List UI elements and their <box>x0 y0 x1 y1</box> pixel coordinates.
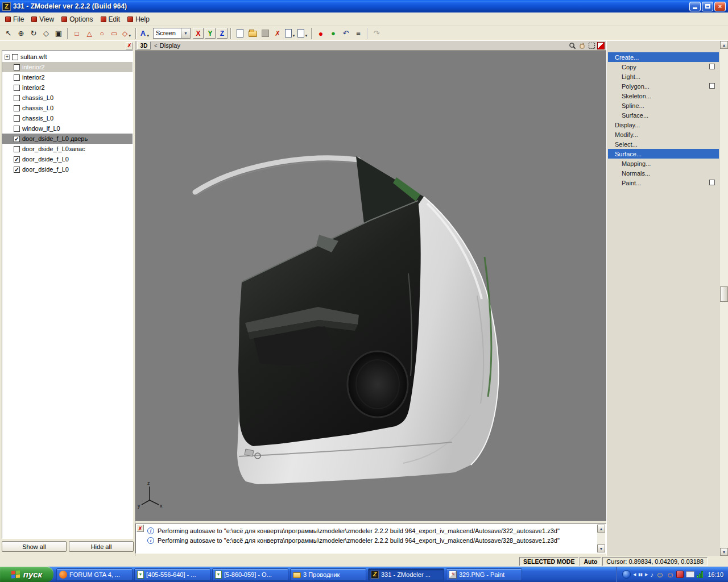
vertices-mode-icon[interactable]: □ <box>71 28 82 39</box>
save-file-icon[interactable] <box>259 28 271 39</box>
visibility-checkbox[interactable] <box>14 85 20 91</box>
expander-icon[interactable]: + <box>5 55 10 60</box>
scale-icon[interactable]: ◇ <box>40 28 52 39</box>
new-scene-icon[interactable] <box>234 28 246 39</box>
menu-file[interactable]: File <box>2 14 28 25</box>
panel-item-surface-2[interactable]: Surface... <box>608 149 719 159</box>
rotate-icon[interactable]: ↻ <box>28 28 39 39</box>
maximize-button[interactable] <box>702 2 713 11</box>
menu-help[interactable]: Help <box>125 14 154 25</box>
panel-item-mapping[interactable]: Mapping... <box>608 159 719 168</box>
tree-item-door-dside[interactable]: door_dside_f_L0запас <box>2 144 133 154</box>
hide-all-button[interactable]: Hide all <box>69 541 134 552</box>
tree-item-chassis[interactable]: chassis_L0 <box>2 93 133 103</box>
media-player-icon[interactable] <box>622 570 631 579</box>
delete-icon[interactable]: ✗ <box>272 28 283 39</box>
log-close-icon[interactable]: ✗ <box>136 525 144 532</box>
visibility-checkbox[interactable] <box>14 126 20 132</box>
network-icon[interactable] <box>697 571 703 578</box>
edges-mode-icon[interactable]: △ <box>84 28 95 39</box>
axis-z-button[interactable]: Z <box>217 28 228 39</box>
tree-item-interior2[interactable]: interior2 <box>2 82 133 93</box>
chevron-down-icon[interactable]: ▼ <box>181 28 190 38</box>
visibility-checkbox[interactable]: ✓ <box>14 156 20 163</box>
tree-item-interior2[interactable]: interior2 <box>2 62 133 72</box>
font-tool-icon[interactable]: A▼ <box>139 28 151 39</box>
tree-item-window-lf[interactable]: window_lf_L0 <box>2 123 133 134</box>
view-mode-button[interactable]: 3D <box>137 41 151 49</box>
minimize-button[interactable] <box>689 2 701 11</box>
close-button[interactable]: × <box>714 2 726 11</box>
scroll-down-icon[interactable]: ▼ <box>597 544 605 552</box>
tree-item-sultan[interactable]: + sultan.wft <box>2 52 133 62</box>
panel-checkbox[interactable] <box>709 180 715 185</box>
panel-item-paint[interactable]: Paint... <box>608 178 719 188</box>
material-editor-icon[interactable]: ● <box>328 28 339 39</box>
zoom-icon[interactable] <box>568 41 576 49</box>
select-icon[interactable]: ↖ <box>3 28 14 39</box>
menu-options[interactable]: Options <box>59 14 97 25</box>
move-icon[interactable]: ⊕ <box>15 28 27 39</box>
messenger-icon-2[interactable]: ☺ <box>666 571 674 579</box>
objects-mode-icon[interactable]: ▭ <box>109 28 120 39</box>
panel-checkbox[interactable] <box>709 64 715 69</box>
tree-item-interior2[interactable]: interior2 <box>2 72 133 82</box>
volume-icon[interactable]: ♪ <box>650 571 653 578</box>
taskbar-item-app2[interactable]: ▼[5-860-059] - O... <box>212 568 288 581</box>
main-scrollbar[interactable]: ▲ ▼ <box>720 41 728 556</box>
panel-item-light[interactable]: Light... <box>608 72 719 81</box>
taskbar-item-browser[interactable]: FORUM GTA 4, ... <box>56 568 133 581</box>
media-pause-icon[interactable]: ▮▮ <box>638 572 643 577</box>
panel-item-create[interactable]: Create... <box>608 52 719 62</box>
taskbar-item-zmodeler[interactable]: Z331 - ZModeler ... <box>368 568 444 581</box>
panel-close-icon[interactable]: ✗ <box>126 42 133 49</box>
visibility-checkbox[interactable] <box>14 105 20 111</box>
import-icon[interactable]: ▼ <box>284 28 296 39</box>
panel-item-display[interactable]: Display... <box>608 120 719 130</box>
log-scrollbar[interactable]: ▲ ▼ <box>597 525 605 552</box>
tree-item-door-dside[interactable]: ✓ door_dside_f_L0 <box>2 164 133 174</box>
taskbar-item-app1[interactable]: ▼[405-556-640] - ... <box>134 568 210 581</box>
panel-checkbox[interactable] <box>709 83 715 89</box>
polygons-mode-icon[interactable]: ○ <box>96 28 107 39</box>
panel-item-normals[interactable]: Normals... <box>608 168 719 178</box>
menu-view[interactable]: View <box>28 14 59 25</box>
axis-y-button[interactable]: Y <box>205 28 216 39</box>
show-all-button[interactable]: Show all <box>2 541 67 552</box>
undo-icon[interactable]: ↶ <box>340 28 351 39</box>
scrollbar-thumb[interactable] <box>720 286 728 302</box>
axis-x-button[interactable]: X <box>193 28 204 39</box>
panel-item-select[interactable]: Select... <box>608 139 719 149</box>
redo-icon[interactable]: ↷ <box>371 28 382 39</box>
antivirus-icon[interactable] <box>676 571 684 578</box>
back-arrow-icon[interactable]: < <box>154 43 158 49</box>
scroll-down-icon[interactable]: ▼ <box>720 548 728 556</box>
start-button[interactable]: пуск <box>0 567 53 582</box>
menu-edit[interactable]: Edit <box>98 14 125 25</box>
visibility-checkbox[interactable] <box>14 64 20 70</box>
media-next-icon[interactable]: ▶ <box>645 572 648 577</box>
visibility-checkbox[interactable] <box>14 146 20 152</box>
open-file-icon[interactable] <box>247 28 258 39</box>
panel-item-surface[interactable]: Surface... <box>608 110 719 120</box>
visibility-checkbox[interactable] <box>12 54 18 60</box>
taskbar-item-paint[interactable]: ✎329.PNG - Paint <box>446 568 522 581</box>
media-prev-icon[interactable]: ◀ <box>633 572 636 577</box>
tree-item-door-dside[interactable]: ✓ door_dside_f_L0 дверь <box>2 134 133 144</box>
visibility-checkbox[interactable]: ✓ <box>14 167 20 173</box>
panel-item-copy[interactable]: Copy <box>608 62 719 72</box>
uv-mode-icon[interactable]: ◇▼ <box>121 28 133 39</box>
maximize-view-icon[interactable] <box>588 41 595 49</box>
tree-item-chassis[interactable]: chassis_L0 <box>2 103 133 113</box>
keyboard-layout-icon[interactable] <box>686 571 694 577</box>
visibility-checkbox[interactable] <box>14 115 20 122</box>
export-icon[interactable]: ▼ <box>297 28 308 39</box>
render-icon[interactable]: ● <box>315 28 326 39</box>
messenger-icon[interactable]: ☺ <box>656 571 664 579</box>
panel-item-modify[interactable]: Modify... <box>608 130 719 139</box>
panel-item-skeleton[interactable]: Skeleton... <box>608 91 719 101</box>
view-name[interactable]: Display <box>160 42 180 49</box>
visibility-checkbox[interactable]: ✓ <box>14 136 20 142</box>
scroll-up-icon[interactable]: ▲ <box>720 41 728 49</box>
visibility-checkbox[interactable] <box>14 95 20 101</box>
